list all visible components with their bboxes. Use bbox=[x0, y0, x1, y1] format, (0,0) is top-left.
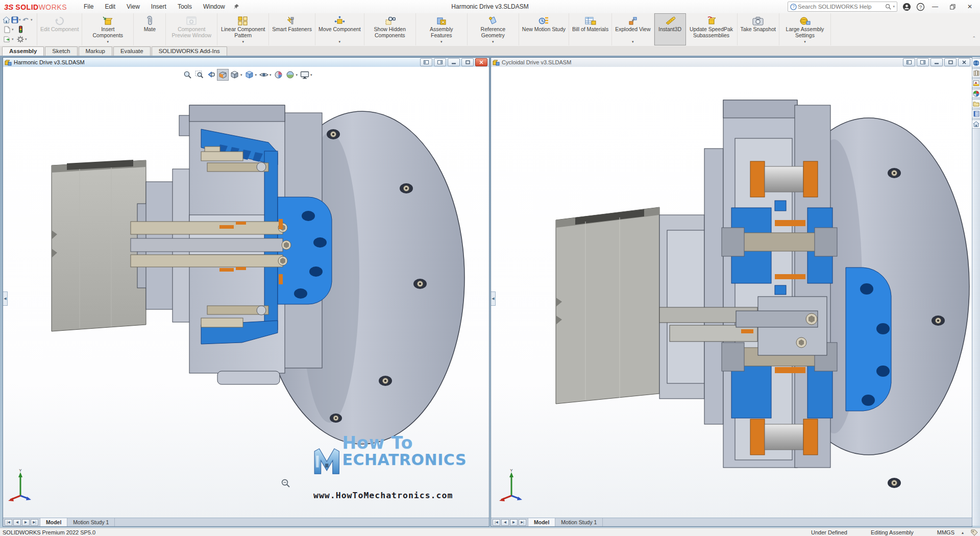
tab-sketch[interactable]: Sketch bbox=[45, 46, 77, 56]
zoom-to-area-icon[interactable] bbox=[193, 69, 205, 81]
design-library-icon[interactable] bbox=[972, 68, 980, 78]
ribbon-mate[interactable]: Mate bbox=[134, 13, 166, 45]
options-dropdown-caret[interactable]: ▾ bbox=[25, 37, 29, 41]
edit-appearance-icon[interactable] bbox=[273, 69, 284, 81]
linear-component-pattern-caret[interactable]: ▾ bbox=[242, 39, 244, 45]
featuremanager-collapse-arrow[interactable]: ◀ bbox=[3, 291, 8, 306]
ribbon-new-motion-study[interactable]: New Motion Study bbox=[519, 13, 569, 45]
menu-tools[interactable]: Tools bbox=[172, 1, 198, 12]
display-style-icon[interactable] bbox=[243, 69, 255, 81]
assembly-features-caret[interactable]: ▾ bbox=[440, 39, 443, 45]
apply-scene-icon[interactable] bbox=[284, 69, 296, 81]
tab-scroll-next-icon[interactable]: ▶ bbox=[510, 519, 518, 526]
pane-split-right-button[interactable] bbox=[434, 58, 446, 66]
window-minimize-button[interactable] bbox=[448, 58, 460, 66]
status-units-selector[interactable]: MMGS ▴ bbox=[937, 529, 964, 535]
custom-properties-tag-icon[interactable] bbox=[971, 529, 978, 536]
ribbon-show-hidden-components[interactable]: Show Hidden Components bbox=[364, 13, 416, 45]
doc-tab-motion-study[interactable]: Motion Study 1 bbox=[67, 518, 115, 526]
view-orientation-icon[interactable] bbox=[229, 69, 240, 81]
apply-scene-caret[interactable]: ▾ bbox=[296, 73, 298, 77]
file-explorer-icon[interactable] bbox=[972, 99, 980, 108]
open-icon[interactable] bbox=[3, 35, 12, 43]
new-document-caret[interactable]: ▾ bbox=[12, 28, 16, 32]
save-dropdown-caret[interactable]: ▾ bbox=[19, 18, 22, 22]
hide-show-items-caret[interactable]: ▾ bbox=[270, 73, 272, 77]
doc-tab-model[interactable]: Model bbox=[40, 518, 67, 526]
open-dropdown-caret[interactable]: ▾ bbox=[12, 37, 16, 41]
doc-tab-motion-study[interactable]: Motion Study 1 bbox=[555, 518, 603, 526]
menu-edit[interactable]: Edit bbox=[99, 1, 121, 12]
section-view-icon[interactable] bbox=[217, 69, 229, 81]
ribbon-bill-of-materials[interactable]: Bill of Materials bbox=[569, 13, 612, 45]
tab-evaluate[interactable]: Evaluate bbox=[113, 46, 151, 56]
help-icon[interactable]: ? bbox=[916, 3, 925, 11]
tab-scroll-last-icon[interactable]: ▶| bbox=[519, 519, 526, 526]
ribbon-take-snapshot[interactable]: Take Snapshot bbox=[738, 13, 779, 45]
ribbon-instant3d[interactable]: Instant3D bbox=[654, 13, 686, 45]
harmonic-window-titlebar[interactable]: Harmonic Drive v3.SLDASM bbox=[3, 58, 489, 67]
hide-show-items-icon[interactable] bbox=[258, 69, 270, 81]
menu-window[interactable]: Window bbox=[198, 1, 231, 12]
tab-scroll-first-icon[interactable]: |◀ bbox=[5, 519, 12, 526]
view-palette-icon[interactable] bbox=[972, 79, 980, 88]
reference-geometry-caret[interactable]: ▾ bbox=[492, 39, 494, 45]
app-minimize-button[interactable]: — bbox=[928, 2, 942, 12]
menu-insert[interactable]: Insert bbox=[145, 1, 172, 12]
ribbon-update-speedpak[interactable]: Update SpeedPak Subassemblies bbox=[686, 13, 738, 45]
ribbon-linear-component-pattern[interactable]: Linear Component Pattern ▾ bbox=[217, 13, 269, 45]
undo-icon[interactable] bbox=[22, 15, 31, 24]
app-close-button[interactable]: ✕ bbox=[963, 2, 977, 12]
user-account-icon[interactable] bbox=[902, 3, 911, 11]
view-settings-caret[interactable]: ▾ bbox=[310, 73, 312, 77]
cycloidal-drive-viewport[interactable]: Y ◀ bbox=[491, 67, 972, 518]
doc-tab-model[interactable]: Model bbox=[528, 518, 555, 526]
ribbon-exploded-view[interactable]: Exploded View ▾ bbox=[612, 13, 654, 45]
tab-assembly[interactable]: Assembly bbox=[2, 46, 44, 56]
tab-markup[interactable]: Markup bbox=[79, 46, 112, 56]
tab-scroll-next-icon[interactable]: ▶ bbox=[22, 519, 30, 526]
save-icon[interactable] bbox=[11, 15, 19, 24]
custom-properties-icon[interactable] bbox=[972, 109, 980, 118]
solidworks-resources-home-icon[interactable] bbox=[972, 119, 980, 129]
help-search-box[interactable]: ? ▾ bbox=[788, 2, 897, 12]
featuremanager-collapse-arrow[interactable]: ◀ bbox=[491, 291, 496, 306]
home-icon[interactable] bbox=[3, 15, 11, 24]
tab-scroll-prev-icon[interactable]: ◀ bbox=[501, 519, 509, 526]
move-component-caret[interactable]: ▾ bbox=[339, 39, 341, 45]
exploded-view-caret[interactable]: ▾ bbox=[632, 39, 634, 45]
ribbon-collapse-icon[interactable]: ⌃ bbox=[972, 36, 976, 41]
options-gear-icon[interactable] bbox=[16, 35, 25, 43]
previous-view-icon[interactable] bbox=[205, 69, 217, 81]
ribbon-move-component[interactable]: Move Component ▾ bbox=[315, 13, 364, 45]
window-close-button[interactable] bbox=[475, 58, 487, 66]
ribbon-insert-components[interactable]: Insert Components ▾ bbox=[82, 13, 134, 45]
menu-file[interactable]: File bbox=[78, 1, 99, 12]
large-assembly-settings-caret[interactable]: ▾ bbox=[804, 39, 806, 45]
threedexperience-globe-icon[interactable] bbox=[972, 58, 980, 67]
tab-scroll-last-icon[interactable]: ▶| bbox=[31, 519, 38, 526]
ribbon-large-assembly-settings[interactable]: Large Assembly Settings ▾ bbox=[779, 13, 831, 45]
ribbon-smart-fasteners[interactable]: Smart Fasteners bbox=[269, 13, 315, 45]
window-restore-button[interactable] bbox=[944, 58, 957, 66]
harmonic-drive-viewport[interactable]: ▾ ▾ ▾ ▾ ▾ bbox=[3, 67, 489, 518]
app-restore-button[interactable] bbox=[945, 2, 960, 12]
tab-solidworks-addins[interactable]: SOLIDWORKS Add-Ins bbox=[152, 46, 227, 56]
tab-scroll-first-icon[interactable]: |◀ bbox=[493, 519, 500, 526]
search-scope-caret[interactable]: ▾ bbox=[893, 5, 895, 9]
ribbon-assembly-features[interactable]: Assembly Features ▾ bbox=[416, 13, 468, 45]
tab-scroll-prev-icon[interactable]: ◀ bbox=[13, 519, 21, 526]
pane-split-left-button[interactable] bbox=[420, 58, 432, 66]
cycloidal-window-titlebar[interactable]: Cycloidal Drive v3.SLDASM bbox=[491, 58, 972, 67]
solidworks-logo[interactable]: 3S SOLIDWORKS bbox=[4, 3, 67, 11]
view-settings-icon[interactable] bbox=[299, 69, 310, 81]
ribbon-reference-geometry[interactable]: Reference Geometry ▾ bbox=[468, 13, 519, 45]
search-magnifier-icon[interactable] bbox=[885, 4, 891, 10]
window-restore-button[interactable] bbox=[461, 58, 474, 66]
new-document-icon[interactable] bbox=[3, 25, 12, 34]
undo-dropdown-caret[interactable]: ▾ bbox=[31, 18, 34, 22]
zoom-to-fit-icon[interactable] bbox=[182, 69, 193, 81]
search-input[interactable] bbox=[797, 3, 885, 10]
insert-components-caret[interactable]: ▾ bbox=[107, 39, 109, 45]
pane-split-left-button[interactable] bbox=[903, 58, 915, 66]
